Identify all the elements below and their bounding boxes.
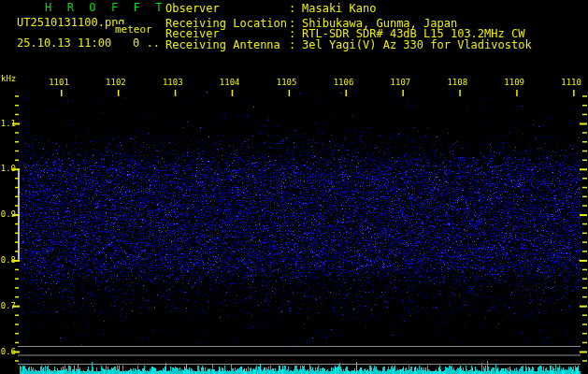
time-axis-labels: 1101110211031104110511061107110811091110 <box>0 0 588 94</box>
freq-tick-label: 1.1 <box>0 118 16 129</box>
time-tick-label: 1101 <box>45 77 73 88</box>
time-tick-label: 1108 <box>443 77 471 88</box>
time-tick-label: 1110 <box>557 77 585 88</box>
time-tick-label: 1104 <box>216 77 244 88</box>
freq-tick-label: 0.8 <box>0 254 16 266</box>
freq-tick-label: 1.0 <box>0 163 16 174</box>
hrofft-screen: H R O F F T UT2510131100.png meteor 25.1… <box>0 0 588 374</box>
time-tick-label: 1107 <box>386 77 414 88</box>
time-tick-label: 1106 <box>330 77 358 88</box>
freq-tick-label: 0.7 <box>0 300 16 311</box>
time-tick-label: 1102 <box>102 77 130 88</box>
freq-tick-label: 0.6 <box>0 346 16 357</box>
time-tick-label: 1105 <box>273 77 301 88</box>
freq-tick-label: 0.9 <box>0 209 16 220</box>
time-tick-label: 1103 <box>159 77 187 88</box>
time-tick-label: 1109 <box>500 77 528 88</box>
